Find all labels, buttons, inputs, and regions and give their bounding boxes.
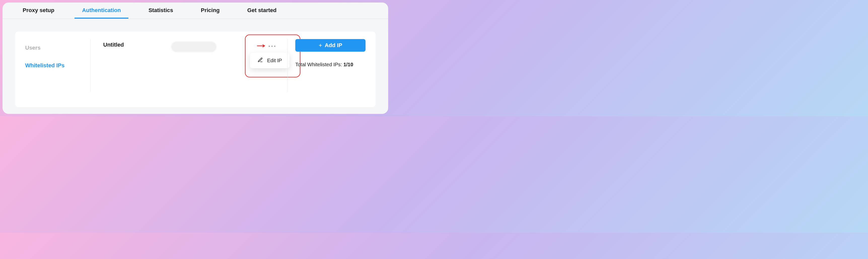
add-ip-label: Add IP (325, 42, 342, 49)
dropdown-edit-ip[interactable]: Edit IP (267, 58, 282, 63)
side-tabs: Users Whitelisted IPs (25, 39, 91, 92)
tab-proxy-setup[interactable]: Proxy setup (15, 2, 62, 19)
tab-authentication[interactable]: Authentication (74, 2, 128, 19)
more-options-button[interactable] (252, 39, 280, 53)
edit-icon (257, 57, 263, 64)
right-column: + Add IP Total Whitelisted IPs: 1/10 (287, 39, 366, 92)
auth-panel: Users Whitelisted IPs Untitled (15, 31, 376, 107)
arrow-right-icon (257, 42, 266, 50)
plus-icon: + (319, 42, 322, 48)
tab-pricing[interactable]: Pricing (193, 2, 227, 19)
tab-get-started[interactable]: Get started (240, 2, 284, 19)
total-label: Total Whitelisted IPs: (295, 62, 343, 67)
tab-statistics[interactable]: Statistics (141, 2, 181, 19)
content-area: Untitled Edit IP (91, 39, 366, 92)
add-ip-button[interactable]: + Add IP (295, 39, 366, 52)
main-tabs: Proxy setup Authentication Statistics Pr… (2, 2, 388, 19)
ip-address-redacted (171, 41, 217, 52)
total-whitelisted-ips: Total Whitelisted IPs: 1/10 (295, 62, 366, 67)
row-dropdown-menu: Edit IP (250, 53, 289, 68)
side-tab-whitelisted-ips[interactable]: Whitelisted IPs (25, 59, 85, 72)
total-count: 1/10 (343, 62, 353, 67)
ip-row-name: Untitled (103, 41, 169, 48)
row-actions: Edit IP (252, 39, 280, 53)
more-horizontal-icon (269, 46, 275, 47)
side-tab-users[interactable]: Users (25, 41, 85, 54)
app-window: Proxy setup Authentication Statistics Pr… (2, 2, 388, 114)
